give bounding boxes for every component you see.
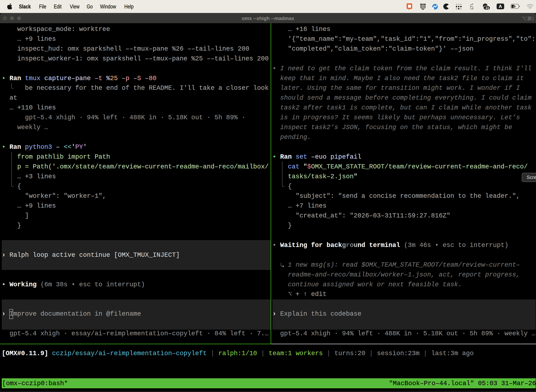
svg-text:..61: ..61	[484, 6, 489, 10]
svg-text:1: 1	[531, 16, 534, 21]
